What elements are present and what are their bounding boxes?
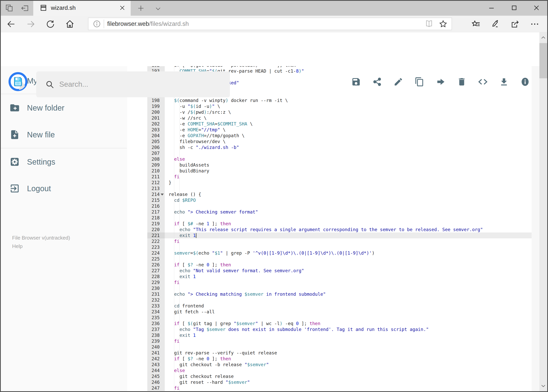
line-number[interactable]: 210 — [147, 168, 165, 174]
fold-arrow-icon[interactable] — [161, 194, 164, 196]
info-button[interactable] — [520, 77, 530, 87]
maximize-button[interactable] — [509, 3, 520, 13]
add-favorite-icon[interactable] — [439, 19, 448, 28]
line-number[interactable]: 199 — [147, 103, 165, 109]
search-input[interactable] — [59, 80, 216, 89]
line-number[interactable]: 222 — [147, 238, 165, 244]
code-line[interactable]: 209 buildAssets — [147, 162, 539, 168]
code-line[interactable]: 221 exit 1 — [147, 232, 539, 238]
code-line[interactable]: 230 — [147, 285, 539, 291]
line-number[interactable]: 224 — [147, 250, 165, 256]
code-line[interactable]: 205 filebrowser/dev \ — [147, 139, 539, 144]
minimize-button[interactable] — [486, 3, 497, 13]
line-number[interactable]: 211 — [147, 174, 165, 180]
scrollbar-thumb[interactable] — [539, 43, 547, 78]
close-window-button[interactable] — [531, 3, 542, 13]
code-line[interactable]: 213 — [147, 186, 539, 191]
line-number[interactable]: 232 — [147, 297, 165, 303]
more-icon[interactable] — [530, 19, 540, 29]
code-line[interactable]: 215 cd $REPO — [147, 197, 539, 203]
code-line[interactable]: 227 echo "Not valid semver format. See s… — [147, 268, 539, 273]
code-line[interactable]: 235 — [147, 315, 539, 321]
line-number[interactable]: 247 — [147, 385, 165, 391]
code-line[interactable]: 224 semver=$(echo "$1" | grep -P '^v(0|[… — [147, 250, 539, 256]
line-number[interactable]: 246 — [147, 379, 165, 385]
scroll-up-icon[interactable] — [541, 35, 546, 40]
code-line[interactable]: 212} — [147, 180, 539, 186]
tab-preview-icon[interactable] — [5, 4, 14, 13]
code-line[interactable]: 233 cd frontend — [147, 303, 539, 309]
line-number[interactable]: 245 — [147, 373, 165, 379]
code-line[interactable]: 229 fi — [147, 280, 539, 285]
line-number[interactable]: 225 — [147, 256, 165, 262]
line-number[interactable]: 223 — [147, 244, 165, 250]
line-number[interactable]: 229 — [147, 280, 165, 285]
line-number[interactable]: 228 — [147, 273, 165, 280]
editor-scrollbar-track[interactable] — [532, 66, 539, 391]
line-number[interactable]: 243 — [147, 362, 165, 368]
line-number[interactable]: 212 — [147, 180, 165, 186]
line-number[interactable]: 221 — [147, 232, 165, 238]
code-line[interactable]: 202 -e COMMIT_SHA=$COMMIT_SHA \ — [147, 121, 539, 127]
code-view-button[interactable] — [478, 77, 488, 87]
line-number[interactable]: 226 — [147, 262, 165, 268]
line-number[interactable]: 216 — [147, 203, 165, 209]
share-file-button[interactable] — [372, 77, 382, 87]
line-number[interactable]: 214 — [147, 191, 165, 197]
refresh-icon[interactable] — [45, 19, 55, 29]
line-number[interactable]: 213 — [147, 186, 165, 191]
line-number[interactable]: 217 — [147, 209, 165, 215]
search-box[interactable] — [36, 71, 230, 97]
code-line[interactable]: 206 sh -c "./wizard.sh -b" — [147, 144, 539, 150]
save-button[interactable] — [351, 77, 361, 87]
code-line[interactable]: 223 — [147, 244, 539, 250]
line-number[interactable]: 203 — [147, 127, 165, 133]
code-line[interactable]: 204 -e GOPATH=//tmp/gopath \ — [147, 133, 539, 139]
line-number[interactable]: 237 — [147, 326, 165, 332]
code-line[interactable]: 222 fi — [147, 238, 539, 244]
line-number[interactable]: 231 — [147, 291, 165, 297]
code-line[interactable]: 242 if [ $? -ne 0 ]; then — [147, 356, 539, 362]
line-number[interactable]: 220 — [147, 227, 165, 232]
line-number[interactable]: 215 — [147, 197, 165, 203]
sidebar-item-new-file[interactable]: New file — [0, 123, 127, 146]
code-line[interactable]: 234 git fetch --all — [147, 309, 539, 315]
code-line[interactable]: 245 git checkout release — [147, 373, 539, 379]
line-number[interactable]: 206 — [147, 144, 165, 150]
set-tabs-aside-icon[interactable] — [20, 4, 29, 13]
code-editor[interactable]: 192 if [ "$(git status --porcelain)" = "… — [147, 66, 539, 391]
code-line[interactable]: 238 exit 1 — [147, 332, 539, 338]
code-line[interactable]: 216 — [147, 203, 539, 209]
code-line[interactable]: 217 echo "> Checking semver format" — [147, 209, 539, 215]
code-line[interactable]: 207 — [147, 150, 539, 156]
code-line[interactable]: 237 echo "Tag $semver does not exist in … — [147, 326, 539, 332]
line-number[interactable]: 244 — [147, 368, 165, 373]
line-number[interactable]: 219 — [147, 221, 165, 227]
tab-close-icon[interactable] — [119, 5, 126, 11]
line-number[interactable]: 241 — [147, 350, 165, 356]
code-line[interactable]: 203 -e HOME="//tmp" \ — [147, 127, 539, 133]
line-number[interactable]: 201 — [147, 115, 165, 121]
page-scrollbar[interactable] — [539, 32, 547, 391]
line-number[interactable]: 204 — [147, 133, 165, 139]
reading-view-icon[interactable] — [424, 19, 434, 28]
code-line[interactable]: 226 if [ $? -ne 0 ]; then — [147, 262, 539, 268]
line-number[interactable]: 208 — [147, 156, 165, 162]
new-tab-button[interactable] — [137, 4, 146, 13]
code-line[interactable]: 210 buildBinary — [147, 168, 539, 174]
line-number[interactable]: 238 — [147, 332, 165, 338]
web-note-icon[interactable] — [491, 19, 500, 29]
line-number[interactable]: 236 — [147, 321, 165, 326]
help-link[interactable]: Help — [12, 243, 22, 249]
code-line[interactable]: 246 git reset --hard "$semver" — [147, 379, 539, 385]
delete-button[interactable] — [457, 77, 467, 87]
scroll-down-icon[interactable] — [541, 383, 546, 388]
site-info-icon[interactable] — [93, 20, 101, 28]
copy-button[interactable] — [415, 77, 424, 87]
code-line[interactable]: 240 — [147, 344, 539, 350]
download-button[interactable] — [499, 77, 509, 87]
code-line[interactable]: 231 echo "> Checking matching $semver in… — [147, 291, 539, 297]
sidebar-item-new-folder[interactable]: New folder — [0, 96, 127, 119]
code-line[interactable]: 232 — [147, 297, 539, 303]
code-line[interactable]: 200 -v /$(pwd):/src:z \ — [147, 109, 539, 115]
